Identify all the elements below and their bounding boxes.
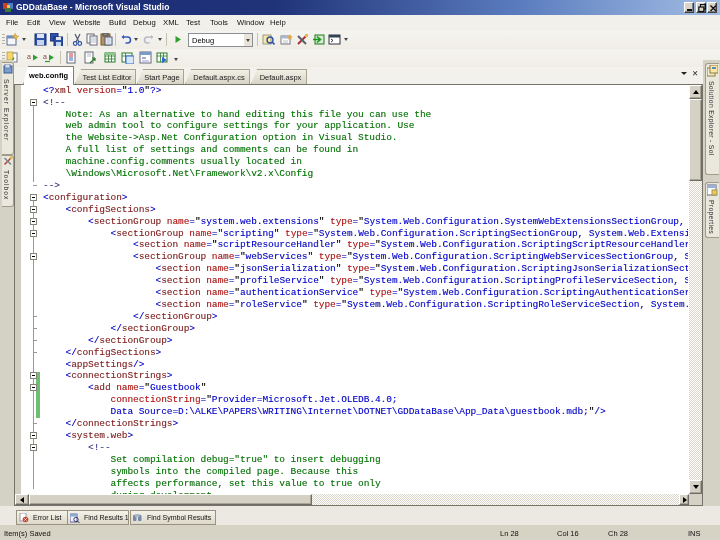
svg-text:a: a [27,53,31,60]
svg-text:a: a [43,53,47,60]
